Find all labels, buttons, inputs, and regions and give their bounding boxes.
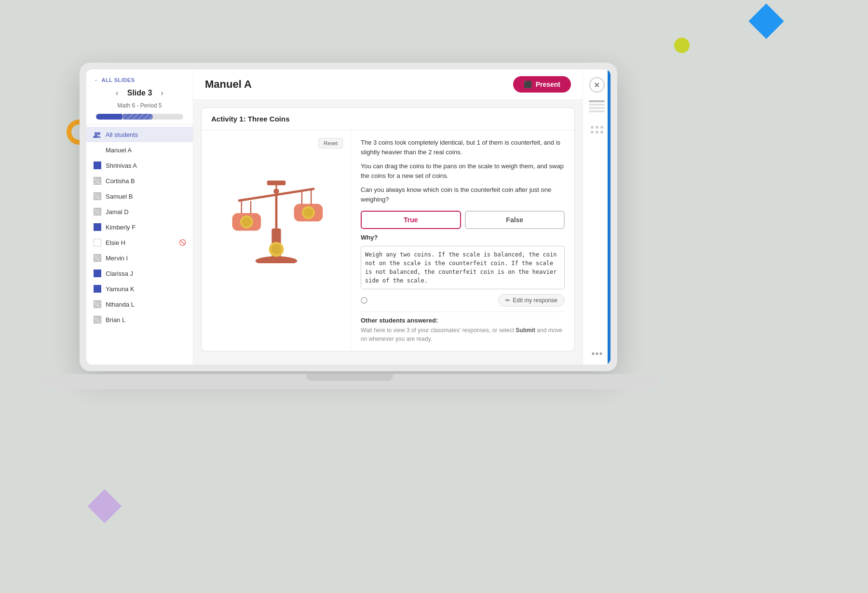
present-icon: ⬛ xyxy=(524,81,532,88)
student-name: Yamuna K xyxy=(106,285,135,293)
student-icon-hatched xyxy=(93,315,102,324)
slide-title: Slide 3 xyxy=(127,89,152,97)
list-item[interactable]: Mervin I xyxy=(86,250,193,266)
slide-prev-button[interactable]: ‹ xyxy=(112,88,122,98)
radio-circle xyxy=(361,297,367,304)
problem-text-1: The 3 coins look completely identical, b… xyxy=(361,138,565,157)
student-name: Kimberly F xyxy=(106,224,136,231)
student-icon-hatched xyxy=(93,176,102,185)
student-name: Shrinivas A xyxy=(106,162,137,169)
all-slides-link[interactable]: ← ALL SLIDES xyxy=(94,77,185,83)
list-item[interactable]: Kimberly F xyxy=(86,219,193,235)
list-item[interactable]: Nthanda L xyxy=(86,296,193,312)
svg-rect-18 xyxy=(267,181,285,186)
grid-dots xyxy=(591,126,603,134)
scale-svg xyxy=(214,138,339,263)
problem-text-3: Can you always know which coin is the co… xyxy=(361,185,565,204)
class-name: Math 6 - Period 5 xyxy=(94,102,185,109)
all-students-item[interactable]: All students xyxy=(86,127,193,142)
other-students-section: Other students answered: Wait here to vi… xyxy=(361,311,565,343)
arrow-left-icon: ← xyxy=(94,77,100,83)
dot xyxy=(592,352,594,355)
edit-my-response-button[interactable]: ✏ Edit my response xyxy=(498,294,565,307)
top-bar: Manuel A ⬛ Present xyxy=(193,69,583,100)
reset-button[interactable]: Reset xyxy=(318,138,343,148)
student-name: Cortisha B xyxy=(106,177,135,185)
present-button[interactable]: ⬛ Present xyxy=(513,76,571,93)
all-slides-label: ALL SLIDES xyxy=(102,77,135,83)
grid-dot xyxy=(600,131,603,134)
all-students-label: All students xyxy=(106,131,138,138)
right-side-panel: ✕ xyxy=(583,69,610,364)
true-button[interactable]: True xyxy=(361,211,461,229)
panel-line xyxy=(589,100,605,102)
student-list: All students Manuel A Shrinivas A xyxy=(86,125,193,364)
edit-row: ✏ Edit my response xyxy=(361,294,565,307)
list-item[interactable]: Samuel B xyxy=(86,189,193,204)
slide-next-button[interactable]: › xyxy=(157,88,167,98)
student-name: Brian L xyxy=(106,316,125,323)
student-name: Clarissa J xyxy=(106,270,133,277)
problem-text-2: You can drag the coins to the pans on th… xyxy=(361,162,565,180)
diamond-blue-decoration xyxy=(748,3,784,39)
list-item[interactable]: Jamal D xyxy=(86,204,193,219)
false-button[interactable]: False xyxy=(465,211,565,229)
edit-my-response-label: Edit my response xyxy=(513,297,557,304)
svg-point-20 xyxy=(271,244,281,255)
true-false-row: True False xyxy=(361,211,565,229)
dot xyxy=(599,352,602,355)
grid-dot xyxy=(596,126,598,129)
svg-point-0 xyxy=(95,132,97,135)
list-item[interactable]: Elsie H 🚫 xyxy=(86,235,193,250)
svg-point-1 xyxy=(97,132,100,135)
side-panel-lines xyxy=(583,96,610,116)
progress-hatched xyxy=(122,114,152,120)
student-icon-hatched xyxy=(93,192,102,201)
scale-illustration: Reset xyxy=(202,130,351,351)
student-icon-solid xyxy=(93,284,102,293)
list-item[interactable]: Brian L xyxy=(86,312,193,327)
three-dots xyxy=(592,352,602,355)
grid-dot xyxy=(591,126,594,129)
student-name: Manuel A xyxy=(106,147,132,154)
other-students-text: Wait here to view 3 of your classmates' … xyxy=(361,326,565,343)
list-item[interactable]: Shrinivas A xyxy=(86,158,193,173)
list-item[interactable]: Cortisha B xyxy=(86,173,193,189)
sidebar-header: ← ALL SLIDES ‹ Slide 3 › Math 6 - Period… xyxy=(86,69,193,125)
dot xyxy=(596,352,598,355)
svg-point-15 xyxy=(303,208,312,217)
student-icon-white xyxy=(93,238,102,247)
close-button[interactable]: ✕ xyxy=(589,77,605,93)
other-students-title: Other students answered: xyxy=(361,317,565,324)
student-name: Mervin I xyxy=(106,255,128,262)
student-icon-solid xyxy=(93,161,102,170)
why-textarea[interactable]: Weigh any two coins. If the scale is bal… xyxy=(361,246,565,289)
activity-title: Activity 1: Three Coins xyxy=(202,108,574,130)
right-panel: The 3 coins look completely identical, b… xyxy=(351,130,574,351)
list-item[interactable]: Yamuna K xyxy=(86,281,193,296)
sidebar: ← ALL SLIDES ‹ Slide 3 › Math 6 - Period… xyxy=(86,69,193,364)
grid-dot xyxy=(591,131,594,134)
list-item[interactable]: Clarissa J xyxy=(86,266,193,281)
grid-dot xyxy=(600,126,603,129)
circle-yellow-decoration xyxy=(674,38,690,53)
pencil-icon: ✏ xyxy=(505,297,510,304)
laptop-frame: ← ALL SLIDES ‹ Slide 3 › Math 6 - Period… xyxy=(80,63,617,371)
list-item[interactable]: Manuel A xyxy=(86,142,193,158)
laptop-screen: ← ALL SLIDES ‹ Slide 3 › Math 6 - Period… xyxy=(86,69,610,364)
mute-icon: 🚫 xyxy=(179,239,186,246)
panel-line xyxy=(589,107,605,109)
progress-solid xyxy=(96,114,122,120)
activity-card: Activity 1: Three Coins Reset xyxy=(201,108,575,351)
student-name: Jamal D xyxy=(106,208,129,216)
student-icon-hatched xyxy=(93,254,102,262)
laptop-base xyxy=(39,374,661,390)
grid-dot xyxy=(596,131,598,134)
student-name: Elsie H xyxy=(106,239,125,246)
main-content: Manuel A ⬛ Present Activity 1: Three Coi… xyxy=(193,69,583,364)
slide-nav: ‹ Slide 3 › xyxy=(94,88,185,98)
student-icon-none xyxy=(93,146,102,154)
blue-accent-bar xyxy=(608,69,610,364)
group-icon xyxy=(93,130,102,139)
activity-area: Activity 1: Three Coins Reset xyxy=(193,100,583,364)
